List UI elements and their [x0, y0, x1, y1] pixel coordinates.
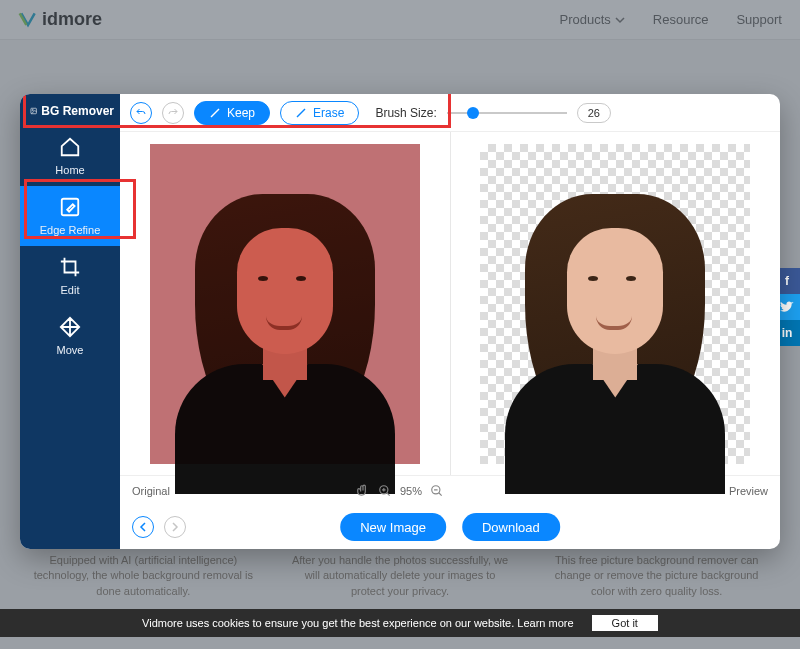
- home-icon: [59, 136, 81, 158]
- pencil-square-icon: [59, 196, 81, 218]
- undo-button[interactable]: [130, 102, 152, 124]
- bg-remover-modal: BG Remover Home Edge Refine Edit Move: [20, 94, 780, 549]
- footer-col-1: Equipped with AI (artificial intelligenc…: [30, 553, 257, 599]
- brush-erase-icon: [295, 107, 307, 119]
- toolbar: Keep Erase Brush Size: 26: [120, 94, 780, 132]
- preview-image: [480, 144, 750, 464]
- redo-icon: [167, 107, 179, 119]
- cookie-accept-button[interactable]: Got it: [592, 615, 658, 631]
- zoom-in-icon[interactable]: [378, 484, 392, 498]
- crop-icon: [59, 256, 81, 278]
- download-button[interactable]: Download: [462, 513, 560, 541]
- preview-pane[interactable]: [450, 132, 781, 475]
- prev-image-button[interactable]: [132, 516, 154, 538]
- sidebar-item-edge-refine[interactable]: Edge Refine: [20, 186, 120, 246]
- move-icon: [59, 316, 81, 338]
- mask-overlay: [150, 144, 420, 464]
- footer-col-3: This free picture background remover can…: [543, 553, 770, 599]
- footer-columns: Equipped with AI (artificial intelligenc…: [0, 553, 800, 599]
- slider-thumb[interactable]: [467, 107, 479, 119]
- brush-size-value: 26: [577, 103, 611, 123]
- undo-icon: [135, 107, 147, 119]
- brush-size-slider[interactable]: [447, 103, 567, 123]
- chevron-right-icon: [170, 522, 180, 532]
- chevron-left-icon: [138, 522, 148, 532]
- original-label: Original: [132, 485, 170, 497]
- new-image-button[interactable]: New Image: [340, 513, 446, 541]
- preview-label: Preview: [729, 485, 768, 497]
- zoom-out-icon[interactable]: [430, 484, 444, 498]
- bottom-actions: New Image Download: [120, 505, 780, 549]
- redo-button[interactable]: [162, 102, 184, 124]
- next-image-button[interactable]: [164, 516, 186, 538]
- original-image: [150, 144, 420, 464]
- sidebar-item-home[interactable]: Home: [20, 126, 120, 186]
- image-icon: [30, 104, 37, 118]
- cookie-text: Vidmore uses cookies to ensure you get t…: [142, 617, 574, 629]
- zoom-level: 95%: [400, 485, 422, 497]
- keep-button[interactable]: Keep: [194, 101, 270, 125]
- canvas-area: [120, 132, 780, 475]
- zoom-controls: 95%: [356, 484, 444, 498]
- workspace: Keep Erase Brush Size: 26: [120, 94, 780, 549]
- modal-sidebar: BG Remover Home Edge Refine Edit Move: [20, 94, 120, 549]
- sidebar-item-edit[interactable]: Edit: [20, 246, 120, 306]
- modal-title: BG Remover: [20, 94, 120, 126]
- brush-keep-icon: [209, 107, 221, 119]
- pan-icon[interactable]: [356, 484, 370, 498]
- svg-point-1: [32, 109, 33, 110]
- sidebar-item-move[interactable]: Move: [20, 306, 120, 366]
- footer-col-2: After you handle the photos successfully…: [287, 553, 514, 599]
- cookie-bar: Vidmore uses cookies to ensure you get t…: [0, 609, 800, 637]
- original-pane[interactable]: [120, 132, 450, 475]
- erase-button[interactable]: Erase: [280, 101, 359, 125]
- brush-size-label: Brush Size:: [375, 106, 436, 120]
